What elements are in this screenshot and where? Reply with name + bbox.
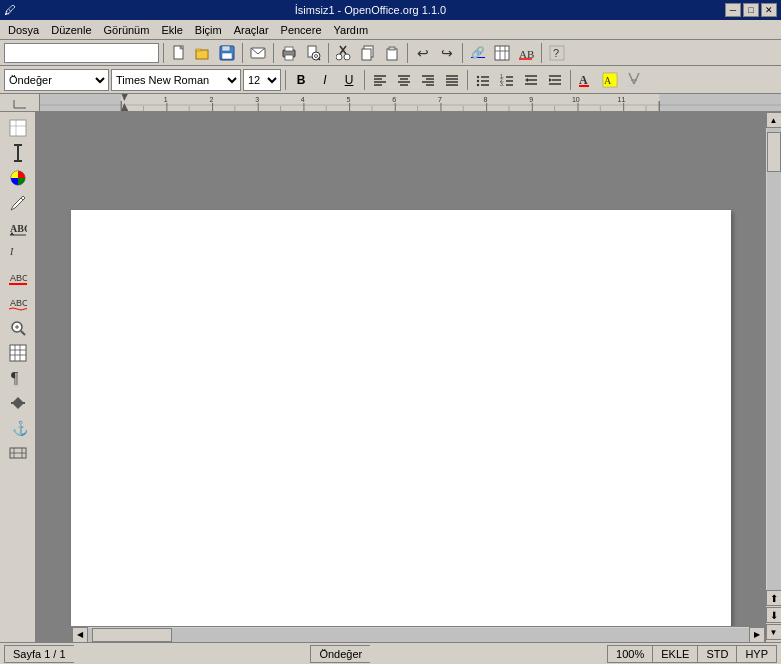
unordered-list-button[interactable] bbox=[472, 69, 494, 91]
left-toolbar: ABC I ABC ABC ¶ ⚓ bbox=[0, 112, 36, 642]
style-info: Öndeğer bbox=[310, 645, 370, 663]
ordered-list-button[interactable]: 1.2.3. bbox=[496, 69, 518, 91]
printpreview-button[interactable] bbox=[302, 42, 324, 64]
color-tool[interactable] bbox=[6, 166, 30, 190]
svg-text:I: I bbox=[9, 246, 14, 257]
svg-rect-6 bbox=[222, 53, 232, 59]
abc-red-tool[interactable]: ABC bbox=[6, 266, 30, 290]
hyp-mode[interactable]: HYP bbox=[736, 645, 777, 663]
minimize-button[interactable]: ─ bbox=[725, 3, 741, 17]
scroll-up-button[interactable]: ▲ bbox=[766, 112, 782, 128]
scroll-right-button[interactable]: ▶ bbox=[749, 627, 765, 643]
table-button[interactable] bbox=[491, 42, 513, 64]
toolbar1: ↩ ↪ 🔗 ABC ? bbox=[0, 40, 781, 66]
menu-pencere[interactable]: Pencere bbox=[275, 22, 328, 38]
ruler: 1 2 3 4 5 6 7 8 9 10 11 bbox=[40, 94, 781, 112]
hscroll-track[interactable] bbox=[88, 628, 749, 642]
font-color-button[interactable]: A bbox=[575, 69, 597, 91]
font-size-combo[interactable]: 12 bbox=[243, 69, 281, 91]
unknown-tool-1[interactable] bbox=[6, 391, 30, 415]
hyperlink-button[interactable]: 🔗 bbox=[467, 42, 489, 64]
page-content[interactable] bbox=[161, 210, 641, 510]
scroll-next-page-button[interactable]: ⬇ bbox=[766, 607, 782, 623]
scroll-left-button[interactable]: ◀ bbox=[72, 627, 88, 643]
find-tool[interactable] bbox=[6, 316, 30, 340]
svg-text:6: 6 bbox=[392, 96, 396, 103]
unknown-tool-2[interactable] bbox=[6, 441, 30, 465]
open-button[interactable] bbox=[192, 42, 214, 64]
align-right-button[interactable] bbox=[417, 69, 439, 91]
menu-dosya[interactable]: Dosya bbox=[2, 22, 45, 38]
text-abc-tool[interactable]: ABC bbox=[6, 216, 30, 240]
ruler-corner bbox=[0, 94, 40, 112]
decrease-indent-button[interactable] bbox=[520, 69, 542, 91]
svg-rect-68 bbox=[579, 85, 589, 87]
table-tool[interactable] bbox=[6, 341, 30, 365]
svg-text:A: A bbox=[579, 73, 588, 87]
insert-mode[interactable]: EKLE bbox=[652, 645, 697, 663]
svg-text:3.: 3. bbox=[500, 81, 504, 87]
copy-button[interactable] bbox=[357, 42, 379, 64]
increase-indent-button[interactable] bbox=[544, 69, 566, 91]
anchor-tool[interactable]: ⚓ bbox=[6, 416, 30, 440]
svg-line-73 bbox=[634, 73, 639, 84]
email-button[interactable] bbox=[247, 42, 269, 64]
vscroll-thumb[interactable] bbox=[767, 132, 781, 172]
svg-text:⚓: ⚓ bbox=[12, 420, 27, 437]
menu-bar: Dosya Düzenle Görünüm Ekle Biçim Araçlar… bbox=[0, 20, 781, 40]
abc-wave-tool[interactable]: ABC bbox=[6, 291, 30, 315]
close-button[interactable]: ✕ bbox=[761, 3, 777, 17]
paragraph-style-combo[interactable]: Öndeğer bbox=[4, 69, 109, 91]
align-left-button[interactable] bbox=[369, 69, 391, 91]
style-combo-tb1[interactable] bbox=[4, 43, 159, 63]
svg-text:11: 11 bbox=[618, 96, 626, 103]
document-page[interactable] bbox=[71, 210, 731, 626]
edit-tool[interactable] bbox=[6, 191, 30, 215]
std-mode[interactable]: STD bbox=[697, 645, 736, 663]
italic-button[interactable]: I bbox=[314, 69, 336, 91]
horizontal-scrollbar: ◀ ▶ bbox=[72, 626, 765, 642]
bold-button[interactable]: B bbox=[290, 69, 312, 91]
undo-button[interactable]: ↩ bbox=[412, 42, 434, 64]
hscroll-thumb[interactable] bbox=[92, 628, 172, 642]
insert-cursor-tool[interactable] bbox=[6, 141, 30, 165]
menu-araclar[interactable]: Araçlar bbox=[228, 22, 275, 38]
menu-duzenle[interactable]: Düzenle bbox=[45, 22, 97, 38]
maximize-button[interactable]: □ bbox=[743, 3, 759, 17]
svg-point-47 bbox=[477, 75, 479, 77]
print-button[interactable] bbox=[278, 42, 300, 64]
save-button[interactable] bbox=[216, 42, 238, 64]
align-center-button[interactable] bbox=[393, 69, 415, 91]
document-area: ◀ ▶ bbox=[36, 112, 765, 642]
menu-bicim[interactable]: Biçim bbox=[189, 22, 228, 38]
cut-button[interactable] bbox=[333, 42, 355, 64]
justify-button[interactable] bbox=[441, 69, 463, 91]
scroll-prev-page-button[interactable]: ⬆ bbox=[766, 590, 782, 606]
new-button[interactable] bbox=[168, 42, 190, 64]
highlight-button[interactable]: A bbox=[599, 69, 621, 91]
svg-line-138 bbox=[21, 331, 25, 335]
fmt-sep-4 bbox=[570, 70, 571, 90]
paste-button[interactable] bbox=[381, 42, 403, 64]
spellcheck-button[interactable]: ABC bbox=[515, 42, 537, 64]
select-tool[interactable] bbox=[6, 116, 30, 140]
svg-marker-66 bbox=[549, 78, 552, 82]
font-name-combo[interactable]: Times New Roman bbox=[111, 69, 241, 91]
text-cursor-tool[interactable]: I bbox=[6, 241, 30, 265]
scroll-down-button[interactable]: ▼ bbox=[766, 624, 782, 640]
redo-button[interactable]: ↪ bbox=[436, 42, 458, 64]
svg-text:9: 9 bbox=[529, 96, 533, 103]
document-scroll[interactable] bbox=[36, 112, 765, 626]
title-bar: 🖊 İsimsiz1 - OpenOffice.org 1.1.0 ─ □ ✕ bbox=[0, 0, 781, 20]
paragraph-tool[interactable]: ¶ bbox=[6, 366, 30, 390]
help-button[interactable]: ? bbox=[546, 42, 568, 64]
svg-rect-77 bbox=[40, 94, 121, 111]
vscroll-track[interactable] bbox=[767, 128, 781, 590]
menu-gorunum[interactable]: Görünüm bbox=[98, 22, 156, 38]
character-highlight-button[interactable] bbox=[623, 69, 645, 91]
page-info: Sayfa 1 / 1 bbox=[4, 645, 74, 663]
menu-ekle[interactable]: Ekle bbox=[155, 22, 188, 38]
separator-2 bbox=[242, 43, 243, 63]
menu-yardim[interactable]: Yardım bbox=[328, 22, 375, 38]
underline-button[interactable]: U bbox=[338, 69, 360, 91]
